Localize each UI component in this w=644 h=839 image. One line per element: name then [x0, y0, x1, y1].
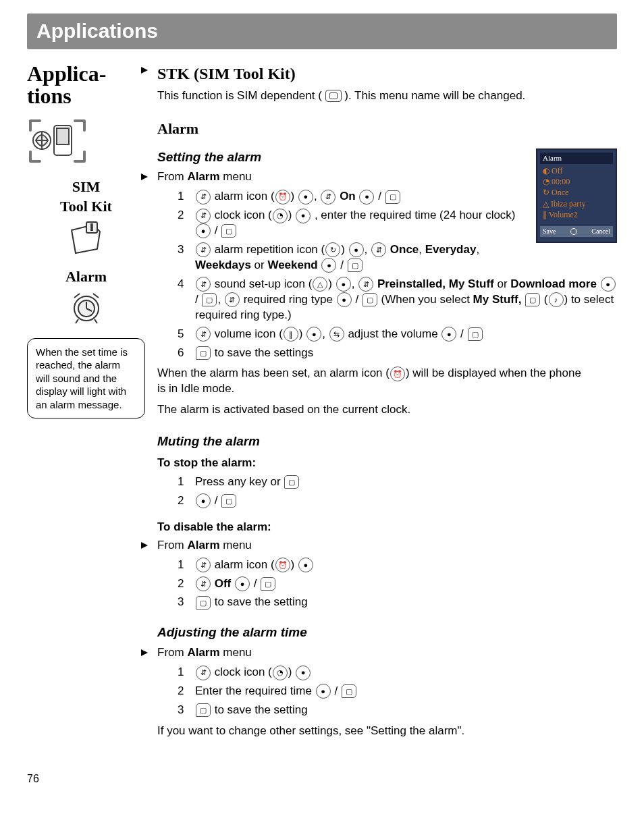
sidebar: Applica- tions SIM Tool Kit	[27, 63, 145, 745]
num-6: 6	[178, 346, 188, 361]
phone-line-once: ↻ Once	[540, 187, 613, 198]
s2-c: , enter the required time (24 hour clock…	[315, 209, 516, 221]
sidebar-alarm-heading: Alarm	[27, 267, 145, 287]
sim-label: SIM	[72, 178, 101, 195]
softkey-icon: ▢	[221, 224, 236, 238]
num-2b: 2	[178, 493, 188, 509]
phone-line-vol: ‖ Volume2	[540, 209, 613, 220]
s3-or: or	[251, 259, 268, 271]
stk-body: This function is SIM dependent ( ). This…	[157, 88, 589, 104]
softkey-icon: ▢	[284, 475, 299, 489]
nav-updown-icon: ⇵	[358, 277, 373, 292]
nav-updown-icon: ⇵	[196, 327, 211, 342]
from-alarm-menu-3: From Alarm menu	[157, 645, 617, 661]
center-key-icon: ●	[441, 327, 456, 342]
sidebar-title-l2: tions	[27, 84, 72, 108]
sound-glyph-icon: ♪	[549, 292, 564, 307]
s1-e: /	[375, 190, 384, 202]
s5-b: )	[299, 327, 306, 340]
setting-step-1: 1 ⇵ alarm icon (⏰) ●, ⇵ On ● / ▢	[178, 189, 527, 205]
bell-glyph-icon: △	[313, 277, 327, 292]
disable-alarm-heading: To disable the alarm:	[157, 520, 617, 535]
s4-ms: My Stuff,	[473, 293, 522, 306]
stk-heading: STK (SIM Tool Kit)	[157, 63, 617, 84]
s3-we: Weekend	[267, 259, 317, 271]
from-a3: From	[157, 646, 187, 659]
a3-a: to save the setting	[211, 703, 308, 716]
nav-leftright-icon: ⇆	[329, 327, 344, 342]
adjust-step-3: 3 ▢ to save the setting	[178, 703, 617, 718]
softkey-icon: ▢	[348, 259, 363, 272]
nav-updown-icon: ⇵	[371, 242, 386, 257]
s4-j	[521, 293, 525, 306]
s4-d	[597, 277, 600, 290]
phone-l4: Ibiza party	[551, 199, 586, 209]
softkey-icon: ▢	[196, 346, 211, 360]
softkey-icon: ▢	[385, 190, 400, 204]
center-key-icon: ●	[298, 190, 313, 205]
phone-screenshot: Alarm ◐ Off ◔ 00:00 ↻ Once △ Ibiza party…	[536, 148, 617, 243]
s4-g: required ring type	[240, 293, 336, 306]
volume-glyph-icon: ‖	[284, 327, 298, 342]
clock-glyph-icon: ◔	[273, 209, 288, 223]
softkey-icon: ▢	[525, 293, 540, 306]
softkey-icon: ▢	[196, 596, 211, 610]
from-b3: Alarm	[187, 646, 219, 659]
from-c3: menu	[220, 646, 252, 659]
adjust-step-2: 2 Enter the required time ● / ▢	[178, 684, 617, 699]
softkey-icon: ▢	[221, 494, 236, 508]
nav-updown-icon: ⇵	[196, 558, 211, 572]
adjust-step-1: 1 ⇵ clock icon (◔) ●	[178, 665, 617, 680]
s4-e: /	[195, 293, 201, 306]
s2-d: /	[211, 224, 221, 237]
d2-b: /	[250, 577, 260, 590]
sim-toolkit-icon: i	[66, 221, 107, 254]
setting-step-2: 2 ⇵ clock icon (◔) ● , enter the require…	[178, 208, 527, 239]
sim-card-icon	[325, 90, 342, 102]
phone-screen-title: Alarm	[540, 153, 613, 164]
center-key-icon: ●	[336, 277, 351, 292]
phone-cancel-label: Cancel	[591, 227, 610, 236]
setting-step-3: 3 ⇵ alarm repetition icon (↻) ●, ⇵ Once,…	[178, 242, 527, 273]
s2-b: )	[288, 209, 295, 221]
disable-step-3: 3 ▢ to save the setting	[178, 595, 617, 610]
from-alarm-menu-2: From Alarm menu	[157, 538, 617, 553]
num-3: 3	[178, 242, 188, 258]
s4-k: (	[541, 293, 547, 306]
phone-l5: Volume2	[549, 210, 578, 219]
num-2d: 2	[178, 684, 188, 699]
mute-step-1: 1 Press any key or ▢	[178, 475, 617, 490]
center-key-icon: ●	[196, 493, 211, 508]
center-key-icon: ●	[196, 223, 211, 238]
num-2: 2	[178, 208, 188, 223]
from-c: menu	[220, 170, 252, 183]
d3-a: to save the setting	[211, 595, 308, 608]
nav-updown-icon: ⇵	[196, 277, 211, 292]
sidebar-title-l1: Applica-	[27, 61, 106, 86]
s1-on: On	[340, 190, 356, 202]
nav-updown-icon: ⇵	[196, 190, 211, 205]
center-key-icon: ●	[296, 666, 311, 680]
num-1b: 1	[178, 475, 188, 490]
s5-c: ,	[322, 327, 328, 340]
d2-off: Off	[215, 577, 232, 590]
sidebar-note: When the set time is reached, the alarm …	[27, 338, 145, 419]
stk-body-a: This function is SIM dependent (	[157, 89, 322, 102]
clock-glyph-icon: ◔	[273, 666, 288, 680]
d2-a	[231, 577, 234, 590]
from-alarm-menu-1: From Alarm menu	[157, 169, 617, 185]
center-key-icon: ●	[349, 242, 364, 257]
s4-b: )	[328, 277, 335, 290]
phone-save-label: Save	[543, 227, 556, 236]
nav-updown-icon: ⇵	[196, 209, 211, 223]
nav-updown-icon: ⇵	[196, 666, 211, 680]
s3-once: Once	[390, 243, 419, 256]
from-b: Alarm	[187, 170, 219, 183]
nav-updown-icon: ⇵	[196, 576, 211, 591]
s3-d	[318, 259, 321, 271]
alarm-glyph-icon: ⏰	[275, 558, 290, 572]
s4-i: (When you select	[378, 293, 473, 306]
disable-step-2: 2 ⇵ Off ● / ▢	[178, 576, 617, 592]
alarm-clock-icon	[66, 291, 107, 325]
s3-wd: Weekdays	[195, 259, 251, 271]
